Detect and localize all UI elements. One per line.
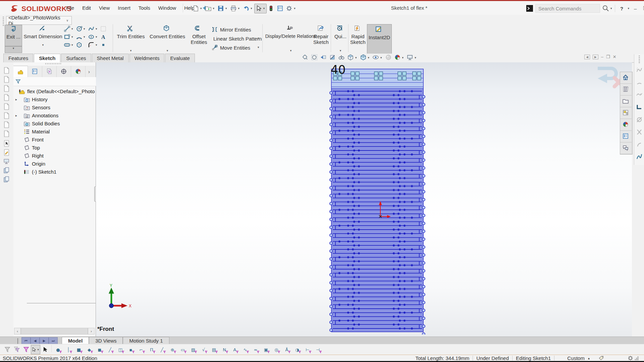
tree-item--sketch1[interactable]: (-) Sketch1 (13, 168, 95, 176)
paste-pages-icon[interactable] (3, 176, 9, 184)
menu-file[interactable]: File (62, 4, 78, 13)
rectangle-tool-button[interactable]: ▾ (64, 33, 75, 41)
help-dropdown-arrow[interactable]: ▾ (628, 7, 630, 10)
tree-tabs-more-arrow[interactable]: › (88, 69, 90, 74)
tab-nav-first-button[interactable]: ⏮ (21, 337, 31, 344)
tag-icon[interactable] (598, 355, 604, 361)
linear-sketch-pattern-button[interactable]: Linear Sketch Pattern▾ (211, 35, 262, 43)
tab-nav-last-button[interactable]: ⏭ (49, 337, 58, 344)
restore-doc-button[interactable]: ❐ (606, 54, 610, 59)
ghost-rect-tool-button[interactable] (100, 25, 111, 33)
graphics-viewport[interactable]: 40 Y X *Front (96, 62, 632, 337)
tree-item-top[interactable]: Top (13, 143, 95, 152)
tab-evaluate[interactable]: Evaluate (165, 54, 195, 62)
tree-item-origin[interactable]: Origin (13, 160, 95, 168)
filter-annotations-button[interactable]: A (230, 345, 239, 354)
search-icon[interactable] (602, 5, 609, 12)
tab-features[interactable]: Features (3, 54, 33, 62)
scroll-right-arrow[interactable]: › (88, 328, 95, 335)
search-input[interactable]: Search Commands (535, 4, 600, 13)
text-a-tool-button[interactable]: A (100, 33, 111, 41)
search-dropdown-arrow[interactable]: ▾ (610, 7, 612, 10)
polygon-tool-button[interactable] (76, 41, 87, 49)
filter-text-button[interactable]: Å (282, 345, 291, 354)
taskpane-custom-props-button[interactable] (620, 131, 632, 142)
display-delete-relations-button[interactable]: Display/Delete Relations▾ (266, 25, 316, 52)
menu-edit[interactable]: Edit (78, 4, 95, 13)
filter-curves-button[interactable]: ∿ (240, 345, 250, 354)
tree-item-front[interactable]: Front (13, 135, 95, 143)
offset-entities-button[interactable]: OffsetEntities (189, 25, 209, 52)
print-button[interactable]: ▾ (229, 4, 242, 13)
filter-chain-button[interactable]: Π (147, 345, 156, 354)
trim-entities-button[interactable]: Trim Entities▾ (115, 25, 146, 52)
taskpane-home-button[interactable] (620, 72, 632, 84)
display-style-button[interactable]: ▾ (360, 54, 371, 61)
new-doc-button[interactable]: ▾ (191, 4, 204, 13)
filter-conn-left-button[interactable]: ⊢ (303, 345, 312, 354)
select-cursor-button[interactable]: ▾ (254, 4, 267, 13)
taskpane-forum-button[interactable] (620, 142, 632, 154)
select-sheet-icon[interactable] (3, 140, 9, 148)
dock-fitspline-faded-button[interactable] (636, 92, 643, 99)
arc-tool-button[interactable]: ▾ (76, 33, 87, 41)
undo-button[interactable]: ▾ (241, 4, 254, 13)
filter-conn-right-button[interactable]: ⊣ (313, 345, 323, 354)
fillet-tool-button[interactable]: ▾ (88, 41, 99, 49)
filter-dimensions-button[interactable]: ▤ (209, 345, 219, 354)
filter-springs-button[interactable]: ≈ (251, 345, 260, 354)
convert-entities-button[interactable]: Convert Entities▾ (148, 25, 187, 52)
tree-tab-dimxpert-manager[interactable] (57, 66, 71, 77)
maximize-button[interactable]: ❐ (640, 5, 644, 12)
options-gear-button[interactable]: ▾ (285, 4, 298, 13)
monitor-icon[interactable] (3, 158, 9, 166)
view-settings-button[interactable]: ▾ (407, 54, 417, 61)
close-doc-button[interactable]: ✕ (613, 54, 616, 59)
cursor-pressed-button[interactable]: ▾ (31, 345, 40, 354)
exit-sketch-dropdown[interactable]: ▾ (5, 46, 22, 53)
filter-equations-button[interactable]: √ (199, 345, 208, 354)
help-button[interactable]: ? (617, 5, 627, 12)
dock-spline-blue-button[interactable] (636, 154, 643, 161)
dock-spline-faded-button[interactable] (636, 67, 643, 74)
menu-insert[interactable]: Insert (114, 4, 135, 13)
tree-tab-display-manager[interactable] (71, 66, 86, 77)
expander-icon[interactable]: ▸ (15, 114, 19, 117)
configuration-dropdown[interactable]: <Default>_PhotoWorks Di∨ (6, 16, 72, 25)
sheet-icon[interactable] (3, 94, 9, 102)
tab-sheet-metal[interactable]: Sheet Metal (92, 54, 129, 62)
minimize-doc-button[interactable]: – (601, 54, 603, 59)
tab-weldments[interactable]: Weldments (129, 54, 165, 62)
taskpane-appearances-button[interactable] (620, 119, 632, 131)
tree-tab-configuration-manager[interactable] (42, 66, 57, 77)
rebuild-button[interactable] (267, 4, 276, 13)
dimension-label[interactable]: 40 (331, 63, 346, 76)
dock-arc-faded-button[interactable] (636, 79, 643, 87)
filter-edges-button[interactable]: ╱ (105, 345, 115, 354)
edit-sheet-icon[interactable] (3, 149, 9, 157)
sheet-icon[interactable] (3, 130, 9, 138)
filter-points-button[interactable]: ▪ (126, 345, 136, 354)
filter-sketch-segments-button[interactable]: ╱ (157, 345, 167, 354)
sheet-icon[interactable] (3, 121, 9, 129)
zoom-fit-button[interactable] (302, 54, 309, 61)
quick-snaps-button[interactable]: Qui...▾ (333, 25, 347, 52)
filter-hatch-button[interactable]: ▨ (189, 345, 198, 354)
funnel-stack-button[interactable] (12, 345, 21, 354)
sheet-icon[interactable] (3, 112, 9, 120)
filter-solid-bodies-button[interactable]: ◼ (95, 345, 104, 354)
circle-tool-button[interactable]: ▾ (76, 25, 87, 33)
menu-view[interactable]: View (95, 4, 114, 13)
dock-relations-faded-button[interactable] (636, 116, 643, 124)
tab-nav-next-button[interactable]: ▶ (40, 337, 49, 344)
cursor-black-button[interactable] (40, 345, 50, 354)
panel-drag-dots[interactable] (45, 63, 62, 64)
taskpane-view-palette-button[interactable] (620, 107, 632, 119)
filter-faces-button[interactable]: ■ (74, 345, 84, 354)
filter-blocks-button[interactable]: ▣ (261, 345, 271, 354)
sheet-icon[interactable] (3, 67, 9, 75)
sheet-icon[interactable] (3, 103, 9, 111)
units-selector[interactable]: Custom (567, 355, 585, 361)
tree-tab-property-manager[interactable] (28, 66, 42, 77)
open-folder-button[interactable]: ▾ (204, 4, 217, 13)
